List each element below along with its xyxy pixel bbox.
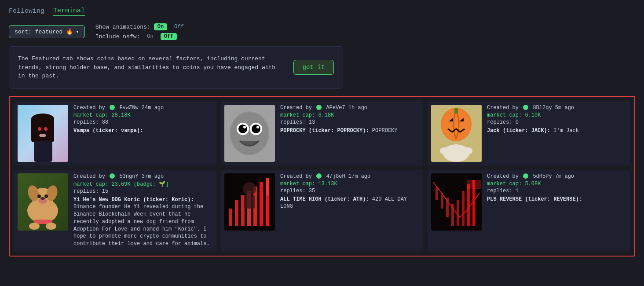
svg-point-15: [243, 126, 246, 128]
dot-icon: [110, 173, 115, 179]
coin-image-poprocky: [224, 105, 275, 162]
coin-username-poprocky[interactable]: AFeVe7: [326, 105, 345, 111]
svg-rect-52: [446, 198, 449, 217]
sort-label: sort: featured 🔥: [15, 28, 73, 35]
coin-desc-reverse: PLS REVERSE (ticker: REVERSE):: [487, 196, 626, 203]
svg-rect-55: [462, 191, 465, 226]
svg-point-3: [31, 114, 54, 124]
toggle-group: Show animations: On Off Include nsfw: On…: [95, 23, 187, 40]
svg-point-4: [38, 127, 41, 131]
coin-created-jack: Created by 8Bl2qy 5m ago: [487, 105, 626, 111]
coin-image-ath: [224, 173, 275, 231]
tab-terminal[interactable]: Terminal: [53, 7, 85, 16]
svg-rect-20: [454, 108, 458, 114]
coin-desc-ath: ALL TIME HIGH (ticker: ATH): 420 ALL DAY…: [280, 196, 420, 211]
coin-username-koric[interactable]: 53ngnY: [119, 173, 138, 180]
coin-name-ath: ALL TIME HIGH (ticker: ATH):: [280, 196, 369, 202]
dot-icon: [316, 173, 322, 179]
coin-card-ath[interactable]: Created by 47jGeH 17m agomarket cap: 13.…: [221, 170, 423, 252]
coin-image-vampa: [18, 105, 68, 162]
svg-point-31: [37, 194, 41, 198]
svg-point-5: [44, 127, 48, 131]
svg-point-47: [243, 182, 256, 195]
nsfw-off-button[interactable]: Off: [161, 33, 177, 40]
coin-replies-ath: replies: 35: [280, 188, 420, 194]
coin-info-reverse: Created by 5dR5Py 7m agomarket cap: 5.08…: [487, 173, 626, 203]
coin-replies-koric: replies: 15: [73, 188, 213, 194]
coin-name-jack: Jack (ticker: JACK):: [487, 128, 550, 134]
animations-toggle-row: Show animations: On Off: [95, 23, 187, 30]
svg-rect-54: [457, 200, 459, 226]
svg-point-36: [29, 223, 40, 230]
dot-icon: [523, 105, 528, 110]
sort-button[interactable]: sort: featured 🔥 ▾: [9, 25, 85, 38]
coin-time-koric: 37m ago: [142, 173, 164, 180]
coin-card-jack[interactable]: Created by 8Bl2qy 5m agomarket cap: 6.10…: [428, 101, 630, 165]
svg-rect-40: [235, 200, 238, 226]
got-it-button[interactable]: got it: [293, 60, 334, 75]
svg-rect-39: [229, 209, 232, 226]
svg-rect-48: [244, 195, 255, 209]
coin-replies-reverse: replies: 1: [487, 188, 626, 194]
coin-image-koric: [18, 173, 68, 231]
coin-marketcap-jack: market cap: 6.10K: [487, 112, 626, 118]
coin-name-reverse: PLS REVERSE (ticker: REVERSE):: [487, 196, 582, 202]
dot-icon: [110, 105, 115, 110]
coin-time-poprocky: 1h ago: [348, 105, 367, 111]
coin-username-reverse[interactable]: 5dR5Py: [533, 173, 552, 180]
coin-card-poprocky[interactable]: Created by AFeVe7 1h agomarket cap: 6.18…: [221, 101, 423, 165]
svg-point-6: [39, 134, 46, 137]
svg-point-13: [238, 125, 247, 133]
coin-info-ath: Created by 47jGeH 17m agomarket cap: 13.…: [280, 173, 420, 211]
svg-rect-50: [435, 187, 438, 200]
controls-row: sort: featured 🔥 ▾ Show animations: On O…: [9, 23, 635, 40]
coin-replies-vampa: replies: 88: [73, 119, 213, 125]
coin-time-vampa: 24m ago: [142, 105, 164, 111]
svg-point-32: [44, 194, 48, 198]
dot-icon: [316, 105, 322, 110]
coin-card-reverse[interactable]: Created by 5dR5Py 7m agomarket cap: 5.08…: [428, 170, 630, 252]
svg-rect-56: [467, 184, 470, 226]
coin-card-vampa[interactable]: Created by FvwZNw 24m agomarket cap: 28.…: [14, 101, 216, 165]
coin-time-reverse: 7m ago: [555, 173, 574, 180]
coin-name-poprocky: POPROCKY (ticker: POPROCKY):: [280, 128, 369, 134]
coin-desc-poprocky: POPROCKY (ticker: POPROCKY): POPROCKY: [280, 127, 420, 135]
coin-marketcap-reverse: market cap: 5.08K: [487, 181, 626, 187]
svg-point-14: [252, 125, 260, 133]
coin-card-koric[interactable]: Created by 53ngnY 37m agomarket cap: 23.…: [14, 170, 216, 252]
coin-marketcap-poprocky: market cap: 6.18K: [280, 112, 420, 118]
svg-point-37: [46, 223, 56, 230]
animations-off-button[interactable]: Off: [171, 23, 187, 30]
tab-following[interactable]: Following: [9, 7, 44, 16]
coin-time-ath: 17m ago: [348, 173, 370, 180]
coin-name-koric: Yi He's New DOG Koric (ticker: Koric):: [73, 197, 194, 203]
nsfw-toggle-row: Include nsfw: On Off: [95, 33, 187, 40]
coin-desc-koric: Yi He's New DOG Koric (ticker: Koric): B…: [73, 196, 213, 248]
nsfw-label: Include nsfw:: [95, 33, 140, 40]
coin-username-ath[interactable]: 47jGeH: [326, 173, 345, 180]
info-banner: The Featured tab shows coins based on se…: [9, 46, 343, 89]
banner-text: The Featured tab shows coins based on se…: [18, 55, 285, 81]
coin-created-ath: Created by 47jGeH 17m ago: [280, 173, 420, 180]
svg-point-34: [40, 197, 45, 200]
nav-tabs: Following Terminal: [9, 7, 635, 16]
coin-marketcap-koric: market cap: 23.69K [badge: 🌱]: [73, 181, 213, 187]
chevron-down-icon: ▾: [76, 28, 79, 35]
coin-desc-jack: Jack (ticker: JACK): I'm Jack: [487, 127, 626, 135]
coin-created-vampa: Created by FvwZNw 24m ago: [73, 105, 213, 111]
svg-point-24: [440, 147, 449, 154]
svg-rect-7: [34, 141, 52, 162]
nsfw-on-button[interactable]: On: [143, 33, 157, 40]
coin-name-vampa: Vampa (ticker: vampa):: [73, 128, 143, 134]
coin-created-koric: Created by 53ngnY 37m ago: [73, 173, 213, 180]
svg-rect-53: [451, 204, 454, 226]
animations-on-button[interactable]: On: [154, 23, 167, 30]
svg-rect-46: [266, 178, 269, 195]
featured-grid: Created by FvwZNw 24m agomarket cap: 28.…: [9, 96, 635, 257]
dot-icon: [523, 173, 528, 179]
coin-image-reverse: [431, 173, 482, 231]
coin-info-koric: Created by 53ngnY 37m agomarket cap: 23.…: [73, 173, 213, 248]
animations-label: Show animations:: [95, 24, 150, 30]
coin-username-jack[interactable]: 8Bl2qy: [533, 105, 552, 111]
coin-username-vampa[interactable]: FvwZNw: [119, 105, 138, 111]
